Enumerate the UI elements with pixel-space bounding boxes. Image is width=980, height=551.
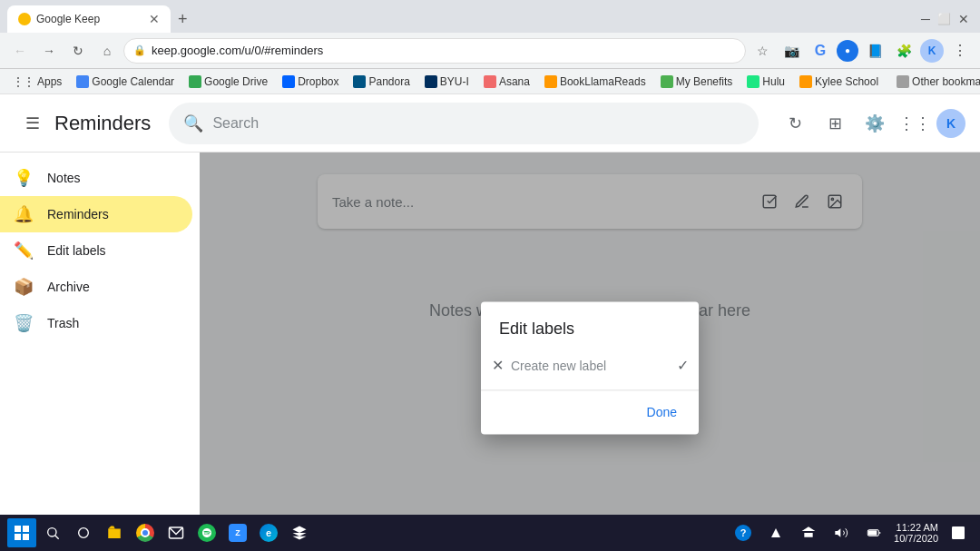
taskbar-unknown-button[interactable]	[285, 518, 314, 547]
user-avatar-header[interactable]: K	[936, 109, 965, 138]
taskbar-help-button[interactable]: ?	[729, 518, 758, 547]
search-input[interactable]	[212, 115, 744, 132]
bookmark-asana[interactable]: Asana	[478, 74, 535, 90]
bookmark-google-calendar-label: Google Calendar	[92, 75, 174, 88]
taskbar: Z e ? 11:22 AM	[0, 515, 980, 551]
taskbar-mail-button[interactable]	[162, 518, 191, 547]
bookmark-byu[interactable]: BYU-I	[419, 74, 475, 90]
bookmark-apps[interactable]: ⋮⋮ Apps	[7, 74, 67, 90]
tab-close-button[interactable]: ✕	[149, 12, 160, 26]
taskbar-edge-button[interactable]: e	[254, 518, 283, 547]
bookmark-kylee-school[interactable]: Kylee School	[794, 74, 884, 90]
modal-label-input[interactable]	[511, 359, 670, 373]
modal-confirm-button[interactable]: ✓	[677, 353, 689, 379]
refresh-button[interactable]: ↻	[65, 38, 91, 64]
svg-rect-3	[15, 526, 21, 532]
refresh-notes-button[interactable]: ↻	[777, 105, 813, 142]
bookmark-dropbox[interactable]: Dropbox	[277, 74, 344, 90]
new-tab-button[interactable]: +	[171, 10, 195, 29]
bookmark-bookllamareads[interactable]: BookLlamaReads	[539, 74, 652, 90]
modal-clear-button[interactable]: ✕	[492, 353, 504, 379]
bookmark-bookllamareads-icon	[544, 75, 557, 88]
taskbar-spotify-button[interactable]	[192, 518, 221, 547]
screenshot-button[interactable]: 📷	[779, 38, 804, 64]
window-restore-button[interactable]: ⬜	[937, 13, 951, 25]
back-button[interactable]: ←	[7, 38, 33, 64]
taskbar-network-icon[interactable]	[794, 518, 823, 547]
taskbar-clock[interactable]: 11:22 AM 10/7/2020	[894, 522, 938, 544]
window-minimize-button[interactable]: ─	[921, 12, 930, 26]
google-one-button[interactable]: ●	[837, 40, 858, 62]
user-avatar[interactable]: K	[920, 39, 944, 63]
edit-labels-modal: Edit labels ✕ ✓ Done	[481, 301, 699, 434]
browser-toolbar-icons: ☆ 📷 G ● 📘 🧩 K ⋮	[750, 38, 973, 64]
svg-rect-16	[952, 526, 965, 539]
main-content: Take a note...	[200, 153, 980, 551]
svg-marker-12	[835, 528, 840, 536]
bookmark-star-button[interactable]: ☆	[750, 38, 775, 64]
svg-rect-6	[23, 534, 29, 540]
bookmark-byu-icon	[425, 75, 437, 88]
extension-button-1[interactable]: 📘	[862, 38, 887, 64]
bookmark-hulu-icon	[747, 75, 760, 88]
svg-line-8	[55, 536, 59, 539]
taskbar-notification-button[interactable]	[944, 518, 973, 547]
taskbar-volume-icon[interactable]	[827, 518, 856, 547]
sidebar-item-archive[interactable]: 📦 Archive	[0, 269, 192, 305]
sidebar-label-reminders: Reminders	[47, 207, 109, 221]
active-tab[interactable]: Google Keep ✕	[7, 5, 171, 33]
extension-button-2[interactable]: 🧩	[891, 38, 916, 64]
toggle-view-button[interactable]: ⊞	[817, 105, 853, 142]
menu-button[interactable]: ☰	[15, 105, 51, 142]
bookmark-bookllamareads-label: BookLlamaReads	[560, 75, 646, 88]
taskbar-explorer-button[interactable]	[100, 518, 129, 547]
forward-button[interactable]: →	[36, 38, 62, 64]
modal-actions: Done	[481, 390, 699, 434]
bookmark-dropbox-icon	[282, 75, 295, 88]
taskbar-left: Z e	[7, 518, 314, 547]
sidebar-item-notes[interactable]: 💡 Notes	[0, 160, 192, 196]
settings-button[interactable]: ⚙️	[857, 105, 893, 142]
trash-icon: 🗑️	[15, 314, 33, 332]
bookmarks-bar: ⋮⋮ Apps Google Calendar Google Drive Dro…	[0, 69, 980, 94]
sidebar-item-edit-labels[interactable]: ✏️ Edit labels	[0, 232, 192, 269]
bookmark-pandora[interactable]: Pandora	[348, 74, 415, 90]
app-header: ☰ Reminders 🔍 ↻ ⊞ ⚙️ ⋮⋮ K	[0, 94, 980, 153]
taskbar-date-display: 10/7/2020	[894, 533, 938, 544]
address-bar[interactable]: 🔒 keep.google.com/u/0/#reminders	[123, 38, 746, 64]
home-button[interactable]: ⌂	[94, 38, 120, 64]
bookmark-my-benefits[interactable]: My Benefits	[655, 74, 739, 90]
ssl-lock-icon: 🔒	[133, 44, 146, 56]
bookmark-google-calendar[interactable]: Google Calendar	[71, 74, 180, 90]
taskbar-battery-icon[interactable]	[859, 518, 888, 547]
app-layout: 💡 Notes 🔔 Reminders ✏️ Edit labels 📦 Arc…	[0, 153, 980, 551]
taskbar-expand-button[interactable]	[761, 518, 790, 547]
windows-start-button[interactable]	[7, 518, 36, 547]
bookmark-google-drive[interactable]: Google Drive	[183, 74, 273, 90]
bookmark-other-icon	[897, 75, 909, 88]
taskbar-zoom-button[interactable]: Z	[223, 518, 252, 547]
taskbar-search-button[interactable]	[38, 518, 67, 547]
bookmark-asana-label: Asana	[499, 75, 530, 88]
window-close-button[interactable]: ✕	[958, 12, 969, 26]
header-actions: ↻ ⊞ ⚙️ ⋮⋮ K	[777, 105, 965, 142]
tab-title: Google Keep	[36, 13, 143, 25]
bookmark-kylee-label: Kylee School	[815, 75, 878, 88]
taskbar-chrome-button[interactable]	[131, 518, 160, 547]
bookmark-hulu[interactable]: Hulu	[741, 74, 790, 90]
sidebar-item-trash[interactable]: 🗑️ Trash	[0, 305, 192, 341]
bookmark-dropbox-label: Dropbox	[298, 75, 338, 88]
sidebar-item-reminders[interactable]: 🔔 Reminders	[0, 196, 192, 232]
bookmark-other[interactable]: Other bookmarks	[891, 74, 980, 90]
address-text: keep.google.com/u/0/#reminders	[152, 44, 736, 57]
svg-point-9	[79, 528, 89, 538]
search-bar[interactable]: 🔍	[169, 103, 759, 144]
browser-menu-button[interactable]: ⋮	[947, 38, 973, 64]
bookmark-other-label: Other bookmarks	[912, 75, 980, 88]
bookmark-google-drive-label: Google Drive	[204, 75, 268, 88]
sidebar-label-notes: Notes	[47, 171, 81, 185]
google-apps-button[interactable]: ⋮⋮	[897, 105, 933, 142]
modal-done-button[interactable]: Done	[636, 398, 688, 427]
taskbar-task-view-button[interactable]	[69, 518, 98, 547]
google-account-button[interactable]: G	[808, 38, 833, 64]
